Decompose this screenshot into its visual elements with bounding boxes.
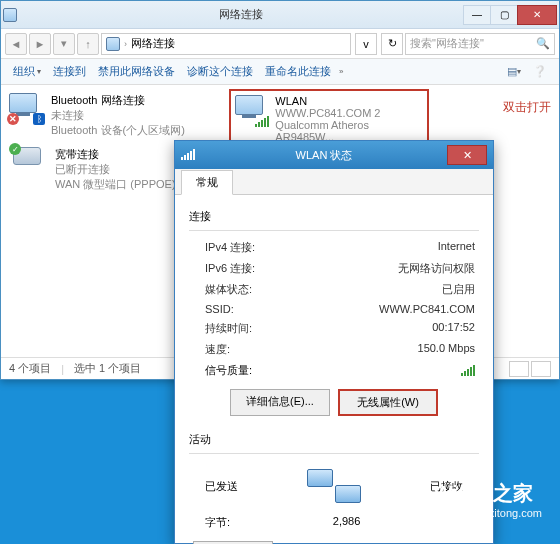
organize-menu[interactable]: 组织▾ xyxy=(9,62,45,81)
connection-bluetooth[interactable]: ✕ ᛒ Bluetooth 网络连接 未连接 Bluetooth 设备(个人区域… xyxy=(5,89,205,142)
wifi-signal-icon xyxy=(255,117,269,127)
connection-ssid: WWW.PC841.COM 2 xyxy=(275,107,423,119)
connection-device: WAN 微型端口 (PPPOE) xyxy=(55,177,176,192)
history-dropdown[interactable]: ▾ xyxy=(53,33,75,55)
disconnected-x-icon: ✕ xyxy=(7,113,19,125)
connect-to-button[interactable]: 连接到 xyxy=(49,62,90,81)
view-details-button[interactable] xyxy=(509,361,529,377)
group-activity-label: 活动 xyxy=(189,432,479,447)
close-button[interactable]: ✕ xyxy=(517,5,557,25)
wifi-signal-icon xyxy=(181,150,195,160)
ssid-label: SSID: xyxy=(205,303,234,315)
nav-bar: ◄ ► ▾ ↑ › 网络连接 v ↻ 搜索"网络连接" 🔍 xyxy=(1,29,559,59)
up-button[interactable]: ↑ xyxy=(77,33,99,55)
ipv4-value: Internet xyxy=(438,240,475,255)
ipv6-value: 无网络访问权限 xyxy=(398,261,475,276)
view-icons-button[interactable] xyxy=(531,361,551,377)
bluetooth-icon: ᛒ xyxy=(33,113,45,125)
connection-name: Bluetooth 网络连接 xyxy=(51,93,185,108)
window-title: 网络连接 xyxy=(17,7,464,22)
group-connection: IPv4 连接:Internet IPv6 连接:无网络访问权限 媒体状态:已启… xyxy=(189,230,479,424)
connection-status: 未连接 xyxy=(51,108,185,123)
rename-button[interactable]: 重命名此连接 xyxy=(261,62,335,81)
check-icon: ✓ xyxy=(9,143,21,155)
maximize-button[interactable]: ▢ xyxy=(490,5,518,25)
breadcrumb-icon xyxy=(106,37,120,51)
ssid-value: WWW.PC841.COM xyxy=(379,303,475,315)
watermark: Win10之家 www.win10xitong.com xyxy=(380,476,542,522)
dialog-close-button[interactable]: ✕ xyxy=(447,145,487,165)
breadcrumb[interactable]: › 网络连接 xyxy=(101,33,351,55)
speed-value: 150.0 Mbps xyxy=(418,342,475,357)
bytes-label: 字节: xyxy=(205,515,230,530)
search-input[interactable]: 搜索"网络连接" 🔍 xyxy=(405,33,555,55)
network-icon xyxy=(3,8,17,22)
activity-icon xyxy=(305,466,363,506)
wireless-properties-button[interactable]: 无线属性(W) xyxy=(338,389,438,416)
window-controls: — ▢ ✕ xyxy=(464,5,557,25)
media-state-label: 媒体状态: xyxy=(205,282,252,297)
bytes-sent-value: 2,986 xyxy=(333,515,361,530)
connection-name: WLAN xyxy=(275,95,423,107)
titlebar: 网络连接 — ▢ ✕ xyxy=(1,1,559,29)
search-placeholder: 搜索"网络连接" xyxy=(410,36,484,51)
view-options-button[interactable]: ▤▾ xyxy=(503,62,525,82)
diagnose-button[interactable]: 诊断这个连接 xyxy=(183,62,257,81)
ipv4-label: IPv4 连接: xyxy=(205,240,255,255)
search-icon: 🔍 xyxy=(536,37,550,50)
sent-label: 已发送 xyxy=(205,479,238,494)
connection-name: 宽带连接 xyxy=(55,147,176,162)
media-state-value: 已启用 xyxy=(442,282,475,297)
watermark-url: www.win10xitong.com xyxy=(434,507,542,519)
toolbar-overflow[interactable]: » xyxy=(339,67,343,76)
forward-button[interactable]: ► xyxy=(29,33,51,55)
duration-value: 00:17:52 xyxy=(432,321,475,336)
ipv6-label: IPv6 连接: xyxy=(205,261,255,276)
breadcrumb-text: 网络连接 xyxy=(131,36,175,51)
bluetooth-connection-icon: ✕ ᛒ xyxy=(9,93,45,123)
dialog-title: WLAN 状态 xyxy=(201,148,447,163)
tab-general[interactable]: 常规 xyxy=(181,170,233,195)
speed-label: 速度: xyxy=(205,342,230,357)
connection-device: Bluetooth 设备(个人区域网) xyxy=(51,123,185,138)
connection-status: 已断开连接 xyxy=(55,162,176,177)
details-button[interactable]: 详细信息(E)... xyxy=(230,389,330,416)
refresh-button[interactable]: ↻ xyxy=(381,33,403,55)
group-connection-label: 连接 xyxy=(189,209,479,224)
help-button[interactable]: ❔ xyxy=(529,62,551,82)
wlan-connection-icon xyxy=(235,95,269,125)
address-dropdown[interactable]: v xyxy=(355,33,377,55)
chevron-right-icon: › xyxy=(124,39,127,49)
back-button[interactable]: ◄ xyxy=(5,33,27,55)
selection-count: 选中 1 个项目 xyxy=(74,361,141,376)
dialog-titlebar: WLAN 状态 ✕ xyxy=(175,141,493,169)
disable-device-button[interactable]: 禁用此网络设备 xyxy=(94,62,179,81)
watermark-brand: Win10之家 xyxy=(434,480,542,507)
windows-logo-icon xyxy=(380,476,426,522)
minimize-button[interactable]: — xyxy=(463,5,491,25)
annotation-text: 双击打开 xyxy=(503,99,551,116)
duration-label: 持续时间: xyxy=(205,321,252,336)
item-count: 4 个项目 xyxy=(9,361,51,376)
tab-strip: 常规 xyxy=(175,169,493,195)
signal-quality-label: 信号质量: xyxy=(205,363,252,378)
signal-quality-icon xyxy=(461,366,475,376)
toolbar: 组织▾ 连接到 禁用此网络设备 诊断这个连接 重命名此连接 » ▤▾ ❔ xyxy=(1,59,559,85)
broadband-connection-icon: ✓ xyxy=(13,147,49,173)
